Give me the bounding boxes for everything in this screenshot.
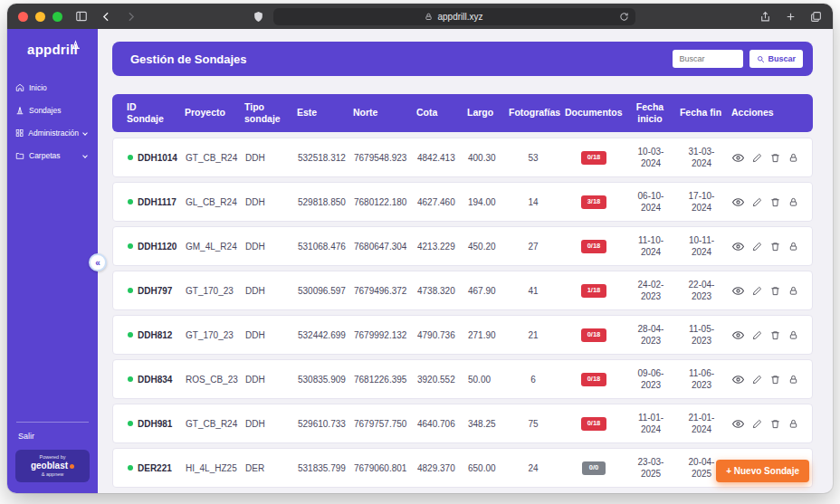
delete-action-button[interactable] — [770, 375, 780, 385]
privacy-shield-icon[interactable] — [253, 11, 264, 23]
view-action-button[interactable] — [732, 152, 744, 164]
pencil-icon — [752, 242, 762, 252]
status-dot — [128, 288, 133, 293]
sidebar-item-sondajes[interactable]: Sondajes — [7, 101, 98, 119]
tab-overview-icon[interactable] — [810, 11, 822, 23]
back-icon[interactable] — [100, 11, 112, 23]
eye-icon — [732, 285, 744, 297]
delete-action-button[interactable] — [770, 286, 780, 296]
reload-icon[interactable] — [619, 12, 629, 24]
delete-action-button[interactable] — [770, 197, 780, 207]
project-cell: GT_CB_R24 — [186, 418, 245, 430]
start-date-cell: 23-03-2025 — [631, 456, 680, 480]
view-action-button[interactable] — [732, 196, 744, 208]
project-cell: GM_4L_R24 — [186, 241, 245, 252]
north-cell: 7679060.801 — [354, 462, 417, 474]
view-action-button[interactable] — [732, 329, 744, 341]
lock-action-button[interactable] — [788, 242, 798, 252]
logout-button[interactable]: Salir — [7, 429, 98, 450]
drill-rig-logo-icon — [70, 36, 81, 52]
project-cell: GT_170_23 — [186, 285, 245, 297]
lock-action-button[interactable] — [788, 375, 798, 385]
geoblast-brand: geoblast — [31, 461, 68, 471]
trash-icon — [770, 153, 780, 163]
sondaje-id: DDH834 — [138, 374, 172, 385]
address-bar[interactable]: appdrill.xyz — [273, 8, 635, 25]
new-sondaje-button[interactable]: + Nuevo Sondaje — [716, 460, 809, 482]
pencil-icon — [752, 197, 762, 207]
east-cell: 532518.312 — [298, 152, 354, 164]
new-tab-icon[interactable] — [785, 11, 797, 23]
documents-badge: 0/18 — [581, 151, 607, 165]
sondaje-id-cell: DDH834 — [128, 374, 186, 385]
sidebar-toggle-icon[interactable] — [75, 10, 88, 23]
eye-icon — [732, 196, 744, 208]
delete-action-button[interactable] — [770, 242, 780, 252]
edit-action-button[interactable] — [752, 197, 762, 207]
east-cell: 529610.733 — [298, 418, 354, 430]
edit-action-button[interactable] — [752, 375, 762, 385]
zoom-window-button[interactable] — [52, 12, 62, 22]
lock-action-button[interactable] — [788, 197, 798, 207]
documents-cell: 0/18 — [566, 328, 631, 341]
edit-action-button[interactable] — [752, 330, 762, 340]
status-dot — [128, 465, 133, 471]
east-cell: 530096.597 — [298, 285, 354, 297]
sidebar-item-administracion[interactable]: Administración — [7, 124, 98, 142]
lock-action-button[interactable] — [788, 286, 798, 296]
view-action-button[interactable] — [732, 374, 744, 385]
north-cell: 7679757.750 — [354, 418, 417, 430]
trash-icon — [770, 242, 780, 252]
start-date-cell: 28-04-2023 — [631, 323, 680, 347]
padlock-icon — [788, 286, 798, 296]
status-dot — [128, 421, 133, 426]
length-cell: 271.90 — [468, 329, 510, 341]
documents-cell: 0/18 — [566, 372, 631, 385]
project-cell: ROS_CB_23 — [186, 374, 245, 385]
close-window-button[interactable] — [18, 12, 28, 22]
lock-action-button[interactable] — [788, 153, 798, 163]
powered-by-badge: Powered by geoblast & appnew — [15, 450, 90, 482]
sidebar-collapse-button[interactable]: « — [89, 253, 107, 271]
delete-action-button[interactable] — [770, 330, 780, 340]
column-header: Norte — [353, 107, 416, 119]
photos-cell: 75 — [510, 418, 566, 430]
minimize-window-button[interactable] — [35, 12, 45, 22]
sidebar-item-inicio[interactable]: Inicio — [7, 79, 98, 97]
share-icon[interactable] — [759, 11, 771, 23]
lock-action-button[interactable] — [788, 419, 798, 429]
column-header: Proyecto — [185, 107, 244, 119]
edit-action-button[interactable] — [752, 419, 762, 429]
column-header: Este — [297, 107, 353, 119]
delete-action-button[interactable] — [770, 419, 780, 429]
sondaje-id-cell: DDH981 — [128, 418, 186, 430]
app-logo: appdrill — [7, 29, 98, 59]
actions-cell — [732, 196, 812, 208]
start-date-cell: 24-02-2023 — [631, 279, 680, 302]
edit-action-button[interactable] — [752, 153, 762, 163]
lock-action-button[interactable] — [788, 330, 798, 340]
documents-badge: 0/18 — [581, 417, 607, 431]
view-action-button[interactable] — [732, 241, 744, 252]
delete-action-button[interactable] — [770, 153, 780, 163]
north-cell: 7679548.923 — [354, 152, 417, 164]
end-date-cell: 11-06-2023 — [680, 367, 732, 391]
edit-action-button[interactable] — [752, 286, 762, 296]
photos-cell: 21 — [510, 329, 566, 341]
view-action-button[interactable] — [732, 418, 744, 430]
documents-cell: 3/18 — [566, 195, 631, 208]
end-date-cell: 31-03-2024 — [680, 146, 732, 169]
forward-icon[interactable] — [125, 11, 137, 23]
padlock-icon — [788, 330, 798, 340]
elevation-cell: 4213.229 — [417, 241, 468, 252]
view-action-button[interactable] — [732, 285, 744, 297]
search-button[interactable]: Buscar — [749, 50, 803, 68]
search-input[interactable] — [673, 50, 743, 68]
pencil-icon — [752, 419, 762, 429]
pencil-icon — [752, 153, 762, 163]
east-cell: 530835.909 — [298, 374, 354, 385]
north-cell: 7681226.395 — [354, 374, 417, 385]
edit-action-button[interactable] — [752, 242, 762, 252]
elevation-cell: 4738.320 — [417, 285, 468, 297]
sidebar-item-carpetas[interactable]: Carpetas — [7, 147, 98, 165]
